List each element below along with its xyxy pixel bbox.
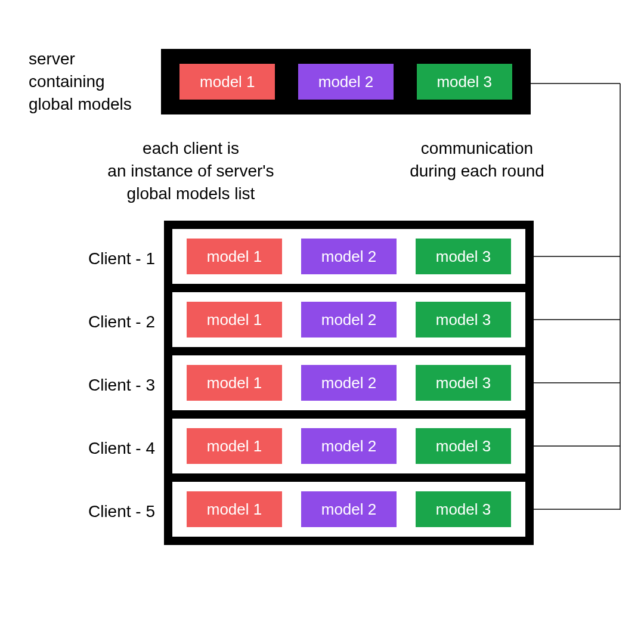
client-2-label: Client - 2	[66, 311, 155, 333]
client-1-label: Client - 1	[66, 247, 155, 270]
client5-model-2: model 2	[301, 491, 397, 527]
client1-model-3: model 3	[416, 239, 511, 274]
client3-model-2: model 2	[301, 365, 397, 401]
client2-model-1: model 1	[187, 302, 282, 338]
client5-model-1: model 1	[187, 491, 282, 527]
clients-container: model 1 model 2 model 3 model 1 model 2 …	[164, 221, 534, 545]
client-4-label: Client - 4	[66, 437, 155, 460]
client-row-3: model 1 model 2 model 3	[172, 355, 525, 410]
communication-label: communication during each round	[370, 137, 584, 182]
client4-model-3: model 3	[416, 428, 511, 464]
server-box: model 1 model 2 model 3	[161, 49, 531, 114]
server-label: server containing global models	[29, 48, 132, 115]
server-model-3: model 3	[417, 64, 512, 100]
client2-model-2: model 2	[301, 302, 397, 338]
client-row-2: model 1 model 2 model 3	[172, 292, 525, 347]
client-row-1: model 1 model 2 model 3	[172, 229, 525, 284]
client5-model-3: model 3	[416, 491, 511, 527]
server-model-1: model 1	[179, 64, 275, 100]
client1-model-1: model 1	[187, 239, 282, 274]
client-5-label: Client - 5	[66, 500, 155, 523]
client3-model-3: model 3	[416, 365, 511, 401]
server-model-2: model 2	[298, 64, 394, 100]
client-3-label: Client - 3	[66, 374, 155, 397]
client3-model-1: model 1	[187, 365, 282, 401]
client4-model-2: model 2	[301, 428, 397, 464]
client1-model-2: model 2	[301, 239, 397, 274]
client-row-5: model 1 model 2 model 3	[172, 482, 525, 537]
client2-model-3: model 3	[416, 302, 511, 338]
client-row-4: model 1 model 2 model 3	[172, 419, 525, 473]
client-instances-label: each client is an instance of server's g…	[78, 137, 304, 205]
client4-model-1: model 1	[187, 428, 282, 464]
